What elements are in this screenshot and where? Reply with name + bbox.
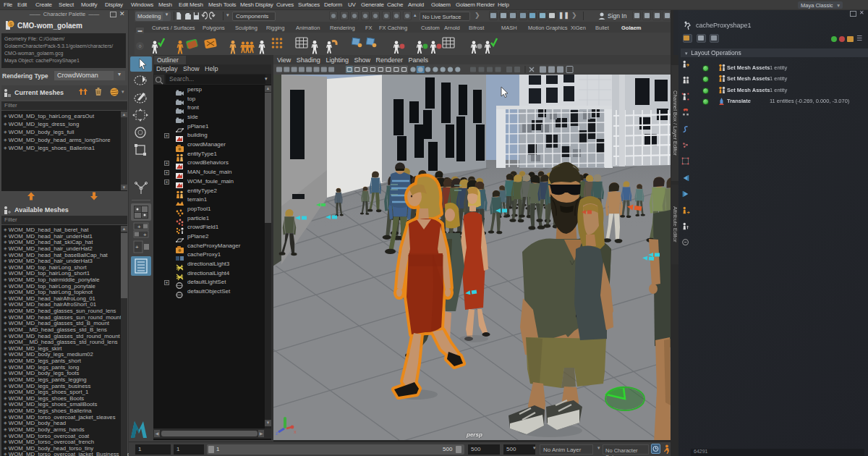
svg-text:x: x <box>294 429 297 434</box>
svg-text:+: + <box>135 244 139 250</box>
svg-text:S: S <box>9 22 13 27</box>
svg-text:z: z <box>276 431 278 436</box>
svg-text:+: + <box>143 232 147 238</box>
svg-text:+: + <box>137 224 141 230</box>
